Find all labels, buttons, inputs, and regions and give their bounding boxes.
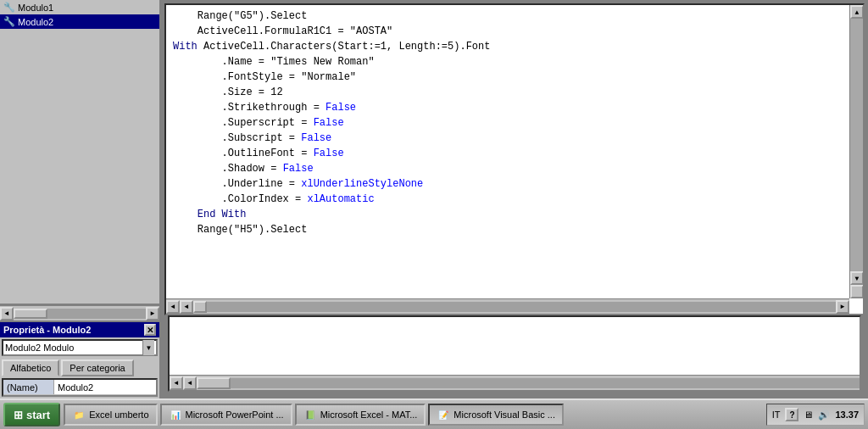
taskbar-item-label-1: Microsoft PowerPoint ... bbox=[186, 410, 284, 420]
dropdown-arrow-icon[interactable]: ▼ bbox=[142, 340, 154, 355]
h-scroll-right-btn[interactable]: ► bbox=[836, 300, 849, 314]
lang-indicator: IT bbox=[772, 410, 781, 420]
network-icon: 🖥 bbox=[804, 410, 813, 420]
vba-icon: 📝 bbox=[437, 408, 450, 421]
h-scroll-left-btn[interactable]: ◄ bbox=[166, 300, 180, 314]
taskbar-item-powerpoint[interactable]: 📊 Microsoft PowerPoint ... bbox=[160, 404, 292, 426]
volume-icon: 🔊 bbox=[818, 410, 830, 421]
taskbar-item-excel[interactable]: 📗 Microsoft Excel - MAT... bbox=[295, 404, 426, 426]
prop-row-name: (Name) Modulo2 bbox=[3, 380, 156, 395]
tree-item-label-2: Modulo2 bbox=[18, 17, 53, 27]
code-editor-main[interactable]: Range("G5").Select ActiveCell.FormulaR1C… bbox=[164, 3, 865, 315]
tab-alfabetico[interactable]: Alfabetico bbox=[2, 359, 59, 376]
tree-item-modulo2[interactable]: 🔧 Modulo2 bbox=[0, 14, 159, 29]
clock-display: 13.37 bbox=[835, 410, 859, 420]
small-h-scroll-track[interactable] bbox=[231, 378, 860, 388]
prop-value-modulo2[interactable]: Modulo2 bbox=[54, 380, 156, 394]
scroll-thumb[interactable] bbox=[14, 309, 47, 319]
h-scroll-thumb[interactable] bbox=[193, 301, 207, 313]
code-editor-wrapper: Range("G5").Select ActiveCell.FormulaR1C… bbox=[161, 0, 868, 398]
prop-name-label: (Name) bbox=[3, 380, 54, 394]
scroll-up-btn[interactable]: ▲ bbox=[850, 5, 864, 19]
tree-item-label: Modulo1 bbox=[18, 3, 53, 13]
taskbar-item-label-0: Excel umberto bbox=[89, 410, 148, 420]
properties-dropdown[interactable]: Modulo2 Modulo ▼ bbox=[2, 339, 158, 356]
project-tree: 🔧 Modulo1 🔧 Modulo2 bbox=[0, 0, 159, 305]
scroll-right-btn[interactable]: ► bbox=[146, 307, 159, 320]
scroll-corner bbox=[850, 285, 864, 298]
properties-titlebar: Proprietà - Modulo2 ✕ bbox=[0, 322, 159, 337]
dropdown-value: Modulo2 Modulo bbox=[5, 343, 74, 353]
small-editor-scrollbar[interactable]: ◄ ◄ bbox=[170, 375, 860, 390]
taskbar-item-vba[interactable]: 📝 Microsoft Visual Basic ... bbox=[428, 404, 564, 426]
tree-item-modulo1[interactable]: 🔧 Modulo1 bbox=[0, 0, 159, 14]
powerpoint-icon: 📊 bbox=[169, 408, 182, 421]
code-v-scrollbar[interactable]: ▲ ▼ bbox=[849, 5, 863, 298]
excel-folder-icon: 📁 bbox=[72, 408, 86, 421]
main-area: 🔧 Modulo1 🔧 Modulo2 ◄ ► Proprietà - Modu… bbox=[0, 0, 868, 398]
excel-icon: 📗 bbox=[303, 408, 317, 421]
h-scroll-track[interactable] bbox=[207, 302, 836, 312]
taskbar: ⊞ start 📁 Excel umberto 📊 Microsoft Powe… bbox=[0, 398, 868, 429]
left-panel: 🔧 Modulo1 🔧 Modulo2 ◄ ► Proprietà - Modu… bbox=[0, 0, 161, 398]
scroll-track[interactable] bbox=[14, 309, 146, 319]
module-icon: 🔧 bbox=[3, 2, 15, 13]
module-icon-2: 🔧 bbox=[3, 16, 15, 27]
taskbar-item-excel-umberto[interactable]: 📁 Excel umberto bbox=[64, 404, 157, 426]
help-icon[interactable]: ? bbox=[785, 408, 798, 421]
start-icon: ⊞ bbox=[14, 409, 23, 421]
properties-title-text: Proprietà - Modulo2 bbox=[3, 325, 91, 335]
v-scroll-track[interactable] bbox=[850, 19, 863, 271]
h-scroll-left2-btn[interactable]: ◄ bbox=[180, 300, 193, 314]
properties-grid: (Name) Modulo2 bbox=[2, 378, 158, 397]
tab-per-categoria[interactable]: Per categoria bbox=[61, 359, 133, 376]
start-button[interactable]: ⊞ start bbox=[3, 403, 60, 426]
properties-panel: Proprietà - Modulo2 ✕ Modulo2 Modulo ▼ A… bbox=[0, 320, 159, 398]
scroll-left-btn[interactable]: ◄ bbox=[0, 307, 14, 320]
properties-header: Modulo2 Modulo ▼ bbox=[0, 337, 159, 358]
code-content: Range("G5").Select ActiveCell.FormulaR1C… bbox=[166, 5, 863, 241]
scroll-down-btn[interactable]: ▼ bbox=[850, 271, 864, 285]
small-h-scroll-thumb[interactable] bbox=[197, 377, 231, 389]
start-label: start bbox=[26, 409, 50, 421]
editor-h-scrollbar[interactable]: ◄ ◄ ► bbox=[166, 298, 849, 314]
properties-tabs: Alfabetico Per categoria bbox=[0, 358, 159, 376]
taskbar-item-label-3: Microsoft Visual Basic ... bbox=[453, 410, 555, 420]
properties-close-btn[interactable]: ✕ bbox=[144, 324, 156, 336]
code-editor-small[interactable]: ◄ ◄ bbox=[168, 315, 861, 392]
small-h-scroll-left2-btn[interactable]: ◄ bbox=[183, 376, 197, 390]
sys-tray: IT ? 🖥 🔊 13.37 bbox=[766, 404, 865, 426]
taskbar-right: IT ? 🖥 🔊 13.37 bbox=[766, 404, 865, 426]
taskbar-item-label-2: Microsoft Excel - MAT... bbox=[320, 410, 418, 420]
tree-h-scrollbar[interactable]: ◄ ► bbox=[0, 305, 159, 320]
taskbar-items: 📁 Excel umberto 📊 Microsoft PowerPoint .… bbox=[64, 404, 763, 426]
right-panel: Range("G5").Select ActiveCell.FormulaR1C… bbox=[161, 0, 868, 398]
small-h-scroll-left-btn[interactable]: ◄ bbox=[170, 376, 183, 390]
